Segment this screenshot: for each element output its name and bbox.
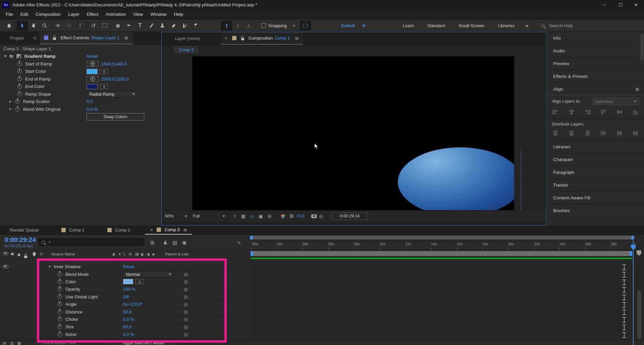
align-right-button[interactable] <box>582 108 593 116</box>
align-to-dropdown[interactable]: Selection <box>592 98 639 105</box>
time-ruler[interactable]: :00s 02s 04s 06s 08s 10s 12s 14s 16s 18s… <box>250 240 636 250</box>
hand-tool-icon[interactable] <box>28 20 39 31</box>
composition-mini-flowchart-icon[interactable]: ⊞ <box>150 240 155 246</box>
workspace-overflow-icon[interactable]: » <box>521 22 533 29</box>
exposure-icon[interactable]: ❂ <box>290 213 294 219</box>
align-panel-menu-icon[interactable]: ≡ <box>635 86 639 92</box>
pen-tool-icon[interactable]: ✒ <box>123 20 135 31</box>
project-tab-close-icon[interactable]: × <box>33 36 37 41</box>
workspace-learn[interactable]: Learn <box>396 23 421 28</box>
tab-comp-1[interactable]: Comp 1 <box>57 226 89 235</box>
expand-transfer-controls-icon[interactable]: ▥ <box>10 341 13 345</box>
stopwatch-icon[interactable] <box>17 62 22 66</box>
fx-badge[interactable]: fx <box>9 54 13 59</box>
work-area-end-handle[interactable] <box>630 251 632 256</box>
menu-window[interactable]: Window <box>147 12 170 17</box>
workspace-menu-icon[interactable]: ≡ <box>362 22 366 29</box>
menu-file[interactable]: File <box>2 12 17 17</box>
expand-layer-switches-icon[interactable]: ▤ <box>3 341 6 345</box>
align-bottom-button[interactable] <box>630 108 641 116</box>
comp-mini-tab[interactable]: Comp 3 <box>174 46 199 54</box>
tab-comp-3[interactable]: × Comp 3 ≡ <box>145 226 192 235</box>
composition-tab-close-icon[interactable]: × <box>224 36 228 41</box>
panel-header-character[interactable]: Character <box>547 153 644 166</box>
lock-icon[interactable] <box>53 38 56 40</box>
menu-composition[interactable]: Composition <box>32 12 64 17</box>
maximize-button[interactable]: ☐ <box>612 0 628 9</box>
panel-header-content-aware-fill[interactable]: Content-Aware Fill <box>547 192 644 204</box>
align-left-button[interactable] <box>550 108 561 116</box>
distribute-center-horizontal-button[interactable] <box>614 129 625 137</box>
playhead-line[interactable] <box>633 240 634 345</box>
snap-arrow-icon[interactable] <box>289 20 300 31</box>
property-value[interactable]: 2000,0,1100,0 <box>101 77 129 82</box>
twirl-right-icon[interactable] <box>9 108 11 110</box>
eye-icon[interactable] <box>3 265 8 268</box>
align-top-button[interactable] <box>598 108 609 116</box>
effect-name[interactable]: Gradient Ramp <box>24 54 56 59</box>
distribute-bottom-button[interactable] <box>582 129 593 137</box>
align-center-horizontal-button[interactable] <box>566 108 577 116</box>
panel-header-info[interactable]: Info <box>547 32 644 45</box>
align-center-vertical-button[interactable] <box>614 108 625 116</box>
snapping-checkbox[interactable] <box>261 23 266 28</box>
point-target-button[interactable] <box>87 76 99 82</box>
right-panel-scrollbar[interactable] <box>640 34 644 60</box>
ramp-shape-dropdown[interactable]: Radial Ramp <box>87 91 138 97</box>
panel-header-tracker[interactable]: Tracker <box>547 179 644 192</box>
snapshot-camera-icon[interactable] <box>311 214 317 218</box>
roto-brush-tool-icon[interactable] <box>179 20 190 31</box>
close-button[interactable]: ✕ <box>628 0 644 9</box>
distribute-center-vertical-button[interactable] <box>566 129 577 137</box>
pan-camera-tool-icon[interactable] <box>63 20 74 31</box>
channel-rgb-icon[interactable] <box>281 214 285 218</box>
gradient-sphere-layer[interactable] <box>398 147 514 210</box>
property-value[interactable]: 0,0 % <box>87 107 98 112</box>
motion-blur-icon[interactable]: ◉ <box>182 240 186 246</box>
eyedropper-icon[interactable]: ✐ <box>100 69 108 74</box>
exposure-value[interactable]: +0,0 <box>296 214 305 218</box>
tab-composition[interactable]: × Composition Comp 3 ≡ <box>220 32 303 45</box>
tab-effect-controls[interactable]: Effect Controls Shape Layer 1 ≡ <box>40 32 132 44</box>
panel-header-align[interactable]: Align ≡ <box>547 83 644 96</box>
graph-editor-icon[interactable]: ∿ <box>237 240 241 246</box>
panel-header-audio[interactable]: Audio <box>547 45 644 57</box>
viewer-timecode-field[interactable]: 0:00:29:24 <box>331 212 368 220</box>
audio-column-speaker-icon[interactable] <box>10 252 15 256</box>
eyedropper-icon[interactable]: ✐ <box>100 84 108 89</box>
expand-in-out-icon[interactable]: ▦ <box>17 341 21 345</box>
minimize-button[interactable]: ─ <box>597 0 612 9</box>
twirl-right-icon[interactable] <box>9 100 11 103</box>
effect-twirl[interactable] <box>4 55 7 57</box>
home-button[interactable] <box>3 20 14 31</box>
world-axis-mode-icon[interactable] <box>232 20 243 31</box>
menu-view[interactable]: View <box>129 12 147 17</box>
shape-tool-icon[interactable]: ● <box>112 20 123 31</box>
snapping-toggle[interactable]: Snapping <box>261 23 287 28</box>
hide-shy-layers-icon[interactable]: ♟ <box>163 240 167 246</box>
composition-viewport[interactable] <box>192 56 514 210</box>
menu-help[interactable]: Help <box>170 12 187 17</box>
stopwatch-icon[interactable] <box>17 69 22 73</box>
property-value[interactable]: 1040,0,440,0 <box>101 61 127 66</box>
panel-menu-icon[interactable]: ≡ <box>294 35 299 41</box>
panel-header-libraries[interactable]: Libraries <box>547 141 644 153</box>
timeline-horizontal-scrollbar[interactable] <box>250 236 634 240</box>
timeline-menu-icon[interactable]: ≡ <box>183 227 187 233</box>
menu-animation[interactable]: Animation <box>102 12 129 17</box>
distribute-right-button[interactable] <box>630 129 641 137</box>
color-swatch[interactable] <box>87 69 98 74</box>
label-column-icon[interactable] <box>32 252 36 257</box>
show-snapshot-icon[interactable]: ◎ <box>319 213 323 219</box>
stopwatch-icon[interactable] <box>17 92 22 96</box>
point-target-button[interactable] <box>87 61 99 67</box>
lock-icon[interactable] <box>241 38 244 40</box>
comp-marker-bin-icon[interactable] <box>636 250 642 256</box>
panel-header-paragraph[interactable]: Paragraph <box>547 166 644 179</box>
eraser-tool-icon[interactable] <box>168 20 179 31</box>
tab-render-queue[interactable]: Render Queue <box>5 226 43 235</box>
distribute-top-button[interactable] <box>550 129 561 137</box>
workspace-small-screen[interactable]: Small Screen <box>452 23 491 28</box>
menu-layer[interactable]: Layer <box>64 12 83 17</box>
orbit-camera-tool-icon[interactable] <box>52 20 63 31</box>
